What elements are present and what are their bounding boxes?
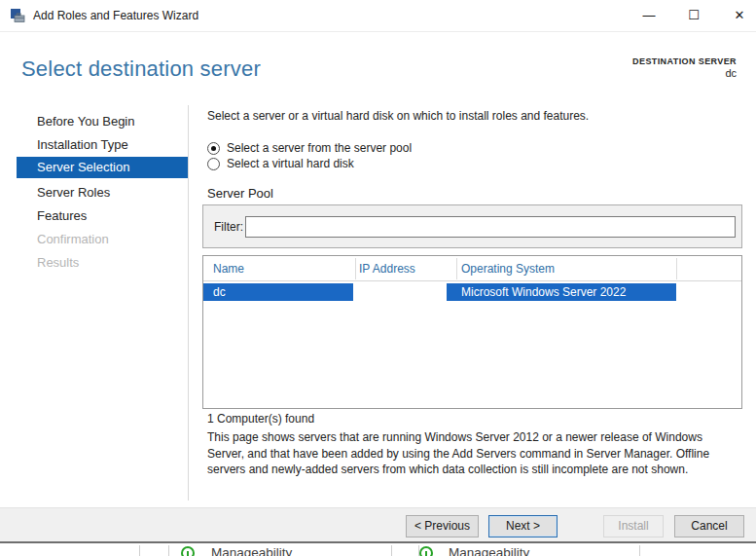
- sidebar-item-before-you-begin[interactable]: Before You Begin: [17, 111, 188, 132]
- radio-select-server-pool-label: Select a server from the server pool: [227, 141, 412, 155]
- column-separator: [456, 258, 457, 279]
- install-button: Install: [603, 515, 664, 537]
- window-title: Add Roles and Features Wizard: [33, 9, 198, 22]
- manageability-status-green-icon: [419, 546, 433, 556]
- grid-line: [391, 545, 392, 556]
- column-separator: [355, 258, 356, 279]
- sidebar-item-server-roles[interactable]: Server Roles: [17, 182, 188, 204]
- filter-panel: Filter:: [202, 204, 742, 248]
- page-description-text: This page shows servers that are running…: [207, 429, 741, 478]
- grid-line: [168, 545, 169, 556]
- table-row-dc[interactable]: dc Microsoft Windows Server 2022 Standar…: [203, 283, 676, 301]
- minimize-icon[interactable]: —: [629, 0, 669, 31]
- titlebar: Add Roles and Features Wizard — ☐ ✕: [0, 0, 756, 32]
- radio-select-server-pool[interactable]: Select a server from the server pool: [207, 140, 412, 156]
- radio-selected-icon[interactable]: [207, 142, 220, 155]
- cell-operating-system: Microsoft Windows Server 2022 Standard: [461, 285, 676, 313]
- computers-found-text: 1 Computer(s) found: [207, 412, 314, 426]
- column-header-ip-address[interactable]: IP Address: [359, 262, 415, 276]
- sidebar-item-server-selection[interactable]: Server Selection: [17, 157, 188, 178]
- previous-button[interactable]: < Previous: [406, 515, 479, 537]
- sidebar-item-features[interactable]: Features: [17, 205, 188, 227]
- instruction-text: Select a server or a virtual hard disk o…: [207, 109, 589, 123]
- radio-select-vhd[interactable]: Select a virtual hard disk: [207, 156, 354, 171]
- table-header-row: Name IP Address Operating System: [203, 256, 741, 281]
- sidebar-item-installation-type[interactable]: Installation Type: [17, 134, 188, 156]
- grid-line: [639, 545, 640, 556]
- radio-select-vhd-label: Select a virtual hard disk: [227, 157, 354, 170]
- column-header-name[interactable]: Name: [213, 262, 244, 276]
- sidebar-item-confirmation: Confirmation: [17, 229, 188, 250]
- radio-unselected-icon[interactable]: [207, 158, 220, 170]
- page-title: Select destination server: [21, 56, 261, 82]
- manageability-status-green-icon: [181, 546, 195, 556]
- destination-server-label: DESTINATION SERVER: [632, 56, 737, 66]
- cancel-button[interactable]: Cancel: [674, 515, 744, 537]
- manageability-row-label: Manageability: [449, 545, 529, 556]
- server-pool-section-label: Server Pool: [207, 186, 273, 201]
- filter-input[interactable]: [245, 216, 736, 238]
- next-button[interactable]: Next >: [488, 515, 558, 537]
- maximize-icon[interactable]: ☐: [673, 0, 714, 31]
- server-manager-wizard-icon: [10, 8, 26, 24]
- wizard-button-bar: < Previous Next > Install Cancel: [0, 507, 756, 543]
- sidebar-divider: [188, 105, 189, 500]
- background-server-manager-strip: Manageability Manageability: [0, 545, 756, 556]
- filter-label: Filter:: [214, 220, 243, 234]
- server-pool-table: Name IP Address Operating System dc Micr…: [202, 255, 742, 409]
- close-icon[interactable]: ✕: [719, 0, 756, 31]
- cell-ip-address-redacted: [353, 283, 447, 301]
- column-header-operating-system[interactable]: Operating System: [461, 262, 555, 276]
- cell-server-name: dc: [213, 285, 226, 299]
- grid-line: [139, 545, 140, 556]
- destination-server-block: DESTINATION SERVER dc: [632, 56, 737, 79]
- manageability-row-label: Manageability: [211, 545, 292, 556]
- sidebar-item-results: Results: [17, 252, 188, 274]
- destination-server-value: dc: [632, 67, 737, 79]
- column-separator: [676, 258, 677, 279]
- add-roles-features-wizard-window: Add Roles and Features Wizard — ☐ ✕ Sele…: [0, 0, 756, 556]
